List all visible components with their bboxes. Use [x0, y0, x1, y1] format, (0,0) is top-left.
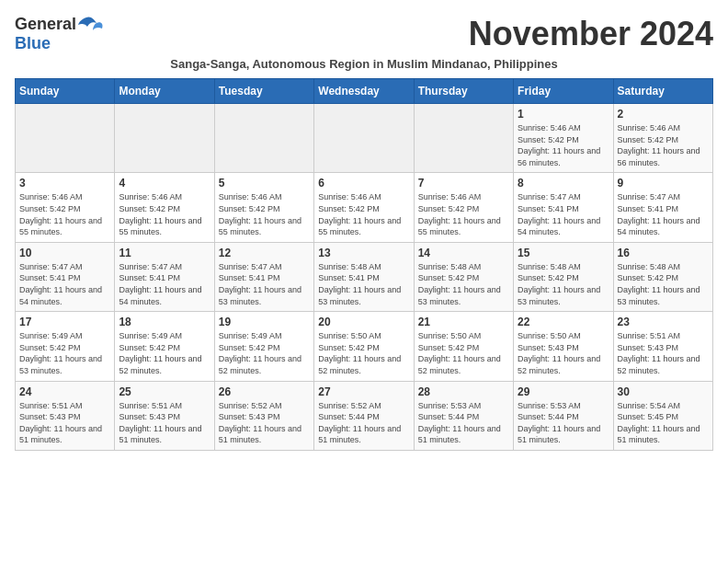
calendar-cell: 13Sunrise: 5:48 AM Sunset: 5:41 PM Dayli… [314, 242, 414, 311]
calendar-cell: 28Sunrise: 5:53 AM Sunset: 5:44 PM Dayli… [414, 381, 513, 450]
calendar-week-5: 24Sunrise: 5:51 AM Sunset: 5:43 PM Dayli… [16, 381, 713, 450]
day-number: 22 [518, 316, 609, 328]
calendar-cell: 24Sunrise: 5:51 AM Sunset: 5:43 PM Dayli… [16, 381, 115, 450]
day-info: Sunrise: 5:46 AM Sunset: 5:42 PM Dayligh… [518, 122, 609, 168]
day-info: Sunrise: 5:47 AM Sunset: 5:41 PM Dayligh… [19, 261, 110, 307]
day-number: 16 [618, 247, 709, 259]
day-info: Sunrise: 5:50 AM Sunset: 5:43 PM Dayligh… [518, 330, 609, 376]
calendar-cell: 19Sunrise: 5:49 AM Sunset: 5:42 PM Dayli… [214, 312, 313, 381]
calendar-cell: 21Sunrise: 5:50 AM Sunset: 5:42 PM Dayli… [414, 312, 513, 381]
day-number: 28 [418, 385, 509, 398]
day-info: Sunrise: 5:53 AM Sunset: 5:44 PM Dayligh… [418, 400, 509, 446]
calendar-cell [414, 104, 513, 173]
day-number: 6 [318, 177, 409, 190]
calendar-body: 1Sunrise: 5:46 AM Sunset: 5:42 PM Daylig… [16, 104, 713, 451]
day-info: Sunrise: 5:51 AM Sunset: 5:43 PM Dayligh… [618, 330, 709, 376]
calendar-cell: 11Sunrise: 5:47 AM Sunset: 5:41 PM Dayli… [115, 242, 214, 311]
calendar-cell: 17Sunrise: 5:49 AM Sunset: 5:42 PM Dayli… [16, 312, 115, 381]
month-title: November 2024 [469, 15, 713, 53]
calendar-table: Sunday Monday Tuesday Wednesday Thursday… [15, 78, 713, 451]
day-number: 17 [19, 316, 110, 328]
day-info: Sunrise: 5:50 AM Sunset: 5:42 PM Dayligh… [418, 330, 509, 376]
day-number: 29 [518, 385, 609, 398]
day-info: Sunrise: 5:48 AM Sunset: 5:41 PM Dayligh… [318, 261, 409, 307]
day-info: Sunrise: 5:46 AM Sunset: 5:42 PM Dayligh… [19, 191, 110, 237]
calendar-cell: 4Sunrise: 5:46 AM Sunset: 5:42 PM Daylig… [115, 173, 214, 242]
calendar-cell: 30Sunrise: 5:54 AM Sunset: 5:45 PM Dayli… [613, 381, 712, 450]
day-number: 1 [518, 108, 609, 121]
day-number: 20 [318, 316, 409, 328]
calendar-cell: 18Sunrise: 5:49 AM Sunset: 5:42 PM Dayli… [115, 312, 214, 381]
day-info: Sunrise: 5:51 AM Sunset: 5:43 PM Dayligh… [119, 400, 210, 446]
day-info: Sunrise: 5:51 AM Sunset: 5:43 PM Dayligh… [19, 400, 110, 446]
day-info: Sunrise: 5:49 AM Sunset: 5:42 PM Dayligh… [219, 330, 310, 376]
day-number: 7 [418, 177, 509, 190]
day-number: 21 [418, 316, 509, 328]
calendar-cell [115, 104, 214, 173]
page-header: General Blue November 2024 [15, 15, 713, 53]
day-number: 2 [618, 108, 709, 121]
subtitle: Sanga-Sanga, Autonomous Region in Muslim… [15, 57, 713, 71]
day-info: Sunrise: 5:46 AM Sunset: 5:42 PM Dayligh… [119, 191, 210, 237]
day-number: 26 [219, 385, 310, 398]
day-number: 23 [618, 316, 709, 328]
calendar-header: Sunday Monday Tuesday Wednesday Thursday… [16, 79, 713, 104]
day-info: Sunrise: 5:48 AM Sunset: 5:42 PM Dayligh… [518, 261, 609, 307]
calendar-cell: 16Sunrise: 5:48 AM Sunset: 5:42 PM Dayli… [613, 242, 712, 311]
day-info: Sunrise: 5:48 AM Sunset: 5:42 PM Dayligh… [418, 261, 509, 307]
calendar-week-2: 3Sunrise: 5:46 AM Sunset: 5:42 PM Daylig… [16, 173, 713, 242]
day-info: Sunrise: 5:47 AM Sunset: 5:41 PM Dayligh… [119, 261, 210, 307]
calendar-cell: 23Sunrise: 5:51 AM Sunset: 5:43 PM Dayli… [613, 312, 712, 381]
day-info: Sunrise: 5:54 AM Sunset: 5:45 PM Dayligh… [618, 400, 709, 446]
day-number: 4 [119, 177, 210, 190]
calendar-cell: 12Sunrise: 5:47 AM Sunset: 5:41 PM Dayli… [214, 242, 313, 311]
calendar-cell: 10Sunrise: 5:47 AM Sunset: 5:41 PM Dayli… [16, 242, 115, 311]
day-number: 3 [19, 177, 110, 190]
calendar-week-3: 10Sunrise: 5:47 AM Sunset: 5:41 PM Dayli… [16, 242, 713, 311]
day-info: Sunrise: 5:46 AM Sunset: 5:42 PM Dayligh… [618, 122, 709, 168]
day-number: 12 [219, 247, 310, 259]
calendar-cell: 5Sunrise: 5:46 AM Sunset: 5:42 PM Daylig… [214, 173, 313, 242]
header-wednesday: Wednesday [314, 79, 414, 104]
calendar-cell: 9Sunrise: 5:47 AM Sunset: 5:41 PM Daylig… [613, 173, 712, 242]
header-row: Sunday Monday Tuesday Wednesday Thursday… [16, 79, 713, 104]
header-sunday: Sunday [16, 79, 115, 104]
header-tuesday: Tuesday [214, 79, 313, 104]
day-info: Sunrise: 5:46 AM Sunset: 5:42 PM Dayligh… [318, 191, 409, 237]
day-number: 24 [19, 385, 110, 398]
calendar-cell [214, 104, 313, 173]
day-info: Sunrise: 5:47 AM Sunset: 5:41 PM Dayligh… [518, 191, 609, 237]
calendar-cell: 14Sunrise: 5:48 AM Sunset: 5:42 PM Dayli… [414, 242, 513, 311]
calendar-cell: 20Sunrise: 5:50 AM Sunset: 5:42 PM Dayli… [314, 312, 414, 381]
day-number: 9 [618, 177, 709, 190]
logo-blue-text: Blue [15, 34, 51, 53]
calendar-cell: 22Sunrise: 5:50 AM Sunset: 5:43 PM Dayli… [514, 312, 613, 381]
calendar-week-4: 17Sunrise: 5:49 AM Sunset: 5:42 PM Dayli… [16, 312, 713, 381]
day-number: 5 [219, 177, 310, 190]
calendar-cell: 25Sunrise: 5:51 AM Sunset: 5:43 PM Dayli… [115, 381, 214, 450]
header-saturday: Saturday [613, 79, 712, 104]
day-number: 14 [418, 247, 509, 259]
day-info: Sunrise: 5:47 AM Sunset: 5:41 PM Dayligh… [618, 191, 709, 237]
day-info: Sunrise: 5:48 AM Sunset: 5:42 PM Dayligh… [618, 261, 709, 307]
day-number: 30 [618, 385, 709, 398]
logo-bird-icon [78, 16, 104, 34]
day-number: 8 [518, 177, 609, 190]
header-monday: Monday [115, 79, 214, 104]
day-info: Sunrise: 5:52 AM Sunset: 5:43 PM Dayligh… [219, 400, 310, 446]
calendar-cell: 8Sunrise: 5:47 AM Sunset: 5:41 PM Daylig… [514, 173, 613, 242]
day-info: Sunrise: 5:49 AM Sunset: 5:42 PM Dayligh… [19, 330, 110, 376]
calendar-cell: 26Sunrise: 5:52 AM Sunset: 5:43 PM Dayli… [214, 381, 313, 450]
logo-general-text: General [15, 15, 76, 34]
logo: General Blue [15, 15, 104, 53]
calendar-cell: 15Sunrise: 5:48 AM Sunset: 5:42 PM Dayli… [514, 242, 613, 311]
header-thursday: Thursday [414, 79, 513, 104]
calendar-cell: 7Sunrise: 5:46 AM Sunset: 5:42 PM Daylig… [414, 173, 513, 242]
calendar-cell: 6Sunrise: 5:46 AM Sunset: 5:42 PM Daylig… [314, 173, 414, 242]
day-info: Sunrise: 5:50 AM Sunset: 5:42 PM Dayligh… [318, 330, 409, 376]
calendar-cell [314, 104, 414, 173]
day-number: 27 [318, 385, 409, 398]
calendar-cell: 2Sunrise: 5:46 AM Sunset: 5:42 PM Daylig… [613, 104, 712, 173]
day-number: 10 [19, 247, 110, 259]
day-info: Sunrise: 5:49 AM Sunset: 5:42 PM Dayligh… [119, 330, 210, 376]
